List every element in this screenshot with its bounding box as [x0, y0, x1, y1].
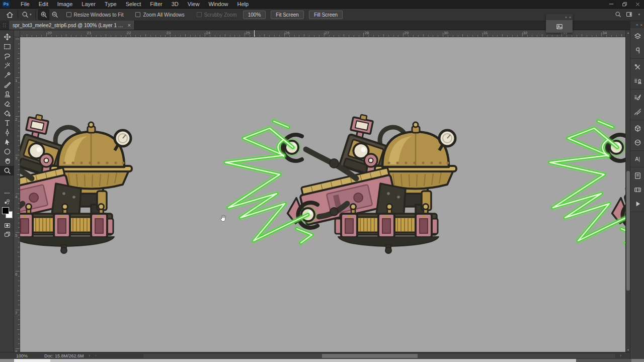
restore-down-button[interactable] [618, 0, 631, 8]
status-bar: 100% Doc: 15.8M/262.6M › ‹ › [0, 352, 630, 359]
panel-brushes-icon[interactable] [630, 105, 644, 119]
tool-pen[interactable] [0, 128, 14, 137]
fit-screen-button[interactable]: Fit Screen [271, 11, 304, 19]
screen-mode-button[interactable] [0, 231, 14, 238]
panel-brush-settings-icon[interactable] [630, 90, 644, 105]
panel-character-icon[interactable]: A| [630, 152, 644, 166]
tool-magic-wand[interactable] [0, 61, 14, 70]
panel-timeline-icon[interactable] [630, 183, 644, 197]
workspace-icon[interactable] [626, 11, 632, 18]
swap-colors-icon[interactable] [0, 199, 14, 205]
panel-tools-icon[interactable] [630, 60, 644, 74]
app-logo[interactable]: Ps [2, 1, 10, 8]
tool-eyedropper[interactable] [0, 70, 14, 80]
foreground-color-swatch[interactable] [2, 207, 9, 214]
menu-type[interactable]: Type [100, 0, 121, 8]
tool-type[interactable] [0, 118, 14, 128]
edit-toolbar-button[interactable] [0, 190, 14, 196]
expand-panels-icon[interactable]: » [636, 23, 638, 27]
tool-paint-bucket[interactable] [0, 109, 14, 118]
menu-help[interactable]: Help [233, 0, 254, 8]
horizontal-scrollbar[interactable] [143, 354, 615, 358]
panel-properties-icon[interactable] [630, 43, 644, 57]
ruler-label: 24 [206, 31, 210, 35]
panel-clone-source-icon[interactable] [630, 74, 644, 88]
menu-3d[interactable]: 3D [167, 0, 183, 8]
document-tab-bar: spr_bot3_melee2_strip6.psd @ 100% (Layer… [0, 21, 630, 30]
checkbox-label: Zoom All Windows [143, 12, 184, 18]
menu-file[interactable]: File [16, 0, 34, 8]
menu-select[interactable]: Select [121, 0, 146, 8]
tool-lasso[interactable] [0, 51, 14, 61]
ruler-tick [18, 199, 20, 199]
document-tab[interactable]: spr_bot3_melee2_strip6.psd @ 100% (Layer… [9, 21, 135, 30]
floating-panel-body[interactable] [546, 20, 573, 33]
checkbox-zoom-all-windows[interactable]: Zoom All Windows [135, 12, 184, 18]
tool-move[interactable] [0, 32, 14, 42]
ruler-tick [274, 35, 275, 37]
ruler-tick [22, 35, 22, 37]
ruler-tick [215, 35, 215, 37]
tool-marquee[interactable] [0, 42, 14, 51]
menu-layer[interactable]: Layer [77, 0, 100, 8]
tool-ellipse[interactable] [0, 147, 14, 156]
canvas[interactable] [20, 37, 625, 352]
close-button[interactable] [631, 0, 644, 8]
menu-filter[interactable]: Filter [145, 0, 167, 8]
expand-panel-icon[interactable]: » [565, 16, 567, 19]
100--button[interactable]: 100% [243, 11, 266, 19]
status-expand-icon[interactable]: › [89, 353, 90, 358]
taskbar-segment [576, 359, 631, 362]
zoom-in-button[interactable] [38, 9, 49, 20]
ruler-tick [319, 35, 319, 37]
divider [18, 10, 18, 19]
panel-3d-icon[interactable] [630, 121, 644, 135]
panel-materials-icon[interactable] [630, 135, 644, 149]
panel-actions-icon[interactable] [630, 197, 644, 211]
quick-mask-button[interactable] [0, 222, 14, 229]
ruler-tick [314, 35, 314, 37]
menu-edit[interactable]: Edit [34, 0, 53, 8]
fill-screen-button[interactable]: Fill Screen [309, 11, 343, 19]
ruler-tick [16, 155, 20, 155]
horizontal-ruler[interactable]: 202122232425262728293031323334 [20, 30, 625, 37]
dock-close-icon[interactable]: × [640, 23, 642, 27]
search-icon[interactable] [615, 11, 621, 18]
checkbox-icon[interactable] [135, 12, 140, 17]
ruler-tick [18, 102, 20, 102]
ruler-tick [592, 35, 592, 37]
chevron-down-icon[interactable]: ▾ [638, 13, 640, 17]
menu-image[interactable]: Image [53, 0, 77, 8]
checkbox-icon[interactable] [66, 12, 71, 17]
vertical-ruler[interactable]: 12345678 [14, 37, 20, 352]
menu-window[interactable]: Window [204, 0, 232, 8]
home-button[interactable] [4, 9, 15, 20]
zoom-tool-preset[interactable]: ▾ [21, 9, 33, 20]
ruler-label: 6 [15, 272, 17, 277]
tool-path-selection[interactable] [0, 137, 14, 147]
options-checkboxes: Resize Windows to FitZoom All WindowsScr… [60, 12, 243, 18]
tab-close-icon[interactable]: × [128, 23, 131, 28]
menu-view[interactable]: View [183, 0, 204, 8]
zoom-level-field[interactable]: 100% [16, 353, 28, 358]
ruler-tick [18, 237, 20, 238]
tab-grip-icon[interactable] [0, 21, 9, 30]
ruler-tick [577, 35, 577, 37]
tool-clone-stamp[interactable] [0, 89, 14, 99]
scroll-right-icon[interactable]: › [620, 353, 621, 358]
ruler-tick [18, 92, 20, 93]
tool-zoom[interactable] [0, 166, 14, 175]
checkbox-resize-windows-to-fit[interactable]: Resize Windows to Fit [66, 12, 124, 18]
panel-glyphs-icon[interactable] [630, 168, 644, 183]
ruler-corner[interactable] [14, 30, 20, 37]
tool-eraser[interactable] [0, 99, 14, 109]
vertical-scrollbar-thumb[interactable] [626, 171, 630, 291]
vertical-scrollbar[interactable]: ▴ ▾ [625, 30, 630, 352]
panel-layers-icon[interactable] [630, 29, 644, 43]
minimize-button[interactable] [605, 0, 618, 8]
tool-brush[interactable] [0, 80, 14, 89]
tool-hand[interactable] [0, 156, 14, 166]
panel-close-icon[interactable]: × [569, 16, 571, 19]
horizontal-scrollbar-thumb[interactable] [322, 354, 418, 358]
zoom-out-button[interactable] [49, 9, 60, 20]
